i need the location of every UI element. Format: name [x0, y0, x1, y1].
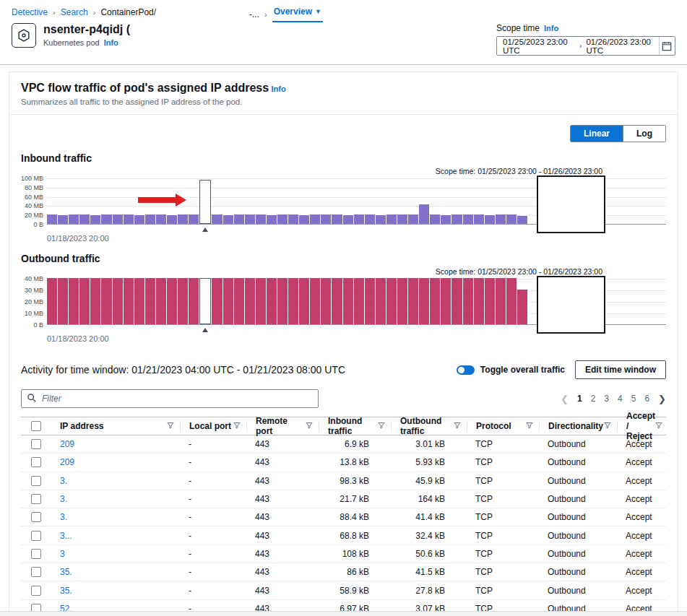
bar[interactable]: [299, 215, 309, 224]
overview-dropdown[interactable]: Overview ▼: [272, 6, 323, 22]
ip-address-link[interactable]: 3: [60, 549, 65, 559]
bar[interactable]: [408, 278, 418, 324]
pagination-prev-icon[interactable]: ❮: [561, 394, 569, 404]
bar[interactable]: [113, 214, 123, 224]
bar[interactable]: [517, 216, 527, 224]
ip-address-link[interactable]: 3.: [60, 476, 67, 486]
bar[interactable]: [167, 278, 177, 324]
bar[interactable]: [496, 214, 506, 224]
row-checkbox[interactable]: [31, 531, 41, 541]
breadcrumb-detective[interactable]: Detective: [12, 7, 48, 17]
bar[interactable]: [245, 278, 255, 324]
bar[interactable]: [463, 278, 473, 324]
outbound-plot-area[interactable]: [47, 279, 666, 325]
row-checkbox[interactable]: [31, 476, 41, 486]
column-header-outbound-traffic[interactable]: Outbound traffic: [391, 420, 467, 432]
bar[interactable]: [69, 214, 79, 224]
bar[interactable]: [397, 278, 407, 324]
bar[interactable]: [310, 278, 320, 324]
bar[interactable]: [124, 278, 134, 324]
row-checkbox[interactable]: [31, 457, 41, 467]
column-header-local-port[interactable]: Local port: [180, 420, 246, 432]
bar[interactable]: [212, 278, 222, 324]
bar[interactable]: [288, 214, 298, 224]
bar[interactable]: [474, 278, 484, 324]
row-checkbox[interactable]: [31, 549, 41, 559]
bar[interactable]: [299, 278, 309, 324]
bar[interactable]: [343, 278, 353, 324]
column-header-inbound-traffic[interactable]: Inbound traffic: [319, 420, 391, 432]
row-checkbox[interactable]: [31, 439, 41, 449]
select-all-checkbox[interactable]: [31, 421, 41, 431]
bar[interactable]: [506, 278, 517, 324]
bar[interactable]: [332, 214, 342, 224]
bar[interactable]: [365, 278, 375, 324]
bar[interactable]: [47, 278, 57, 324]
bar[interactable]: [79, 278, 90, 324]
bar[interactable]: [386, 214, 397, 224]
bar[interactable]: [463, 214, 473, 224]
pagination-next-icon[interactable]: ❯: [658, 394, 666, 404]
filter-funnel-icon[interactable]: [454, 421, 461, 431]
pod-info-link[interactable]: Info: [104, 38, 118, 47]
ip-address-link[interactable]: 35.: [60, 586, 72, 596]
bar[interactable]: [256, 214, 266, 224]
row-checkbox[interactable]: [31, 567, 41, 577]
calendar-icon[interactable]: [659, 37, 675, 55]
bar[interactable]: [451, 278, 462, 324]
filter-funnel-icon[interactable]: [604, 421, 611, 431]
bar[interactable]: [69, 278, 79, 324]
row-checkbox[interactable]: [31, 512, 41, 522]
bar[interactable]: [277, 278, 288, 324]
ip-address-link[interactable]: 3.: [60, 512, 67, 522]
pagination-page-5[interactable]: 5: [631, 394, 636, 404]
bar[interactable]: [178, 214, 188, 224]
bar[interactable]: [212, 214, 222, 224]
pagination-page-4[interactable]: 4: [618, 394, 623, 404]
bar[interactable]: [441, 278, 451, 324]
filter-funnel-icon[interactable]: [526, 421, 533, 431]
breadcrumb-search[interactable]: Search: [61, 7, 88, 17]
bar[interactable]: [189, 214, 199, 224]
bar[interactable]: [234, 214, 244, 224]
filter-funnel-icon[interactable]: [167, 421, 174, 431]
column-header-ip-address[interactable]: IP address: [51, 420, 180, 432]
bar[interactable]: [430, 278, 440, 324]
bar[interactable]: [288, 278, 298, 324]
bar[interactable]: [386, 278, 397, 324]
bar[interactable]: [90, 278, 100, 324]
bar[interactable]: [58, 278, 68, 324]
bar[interactable]: [376, 215, 386, 224]
ip-address-link[interactable]: 3.: [60, 494, 67, 504]
bar[interactable]: [321, 278, 331, 324]
bar[interactable]: [234, 278, 244, 324]
bar[interactable]: [343, 215, 353, 224]
bar[interactable]: [167, 215, 177, 224]
bar[interactable]: [223, 278, 233, 324]
linear-button[interactable]: Linear: [571, 126, 623, 142]
bar[interactable]: [178, 278, 188, 324]
row-checkbox[interactable]: [31, 494, 41, 504]
bar[interactable]: [474, 214, 484, 224]
bar[interactable]: [113, 278, 123, 324]
bar[interactable]: [156, 214, 166, 224]
bar[interactable]: [267, 215, 277, 224]
toggle-overall-traffic[interactable]: Toggle overall traffic: [457, 365, 565, 375]
bar[interactable]: [79, 214, 90, 224]
log-button[interactable]: Log: [623, 126, 665, 142]
filter-funnel-icon[interactable]: [306, 421, 313, 431]
bar[interactable]: [145, 278, 155, 324]
row-checkbox[interactable]: [31, 586, 41, 596]
ip-address-link[interactable]: 3...: [60, 531, 72, 541]
bar[interactable]: [134, 215, 144, 224]
scope-time-info-link[interactable]: Info: [544, 24, 558, 32]
pagination-page-1[interactable]: 1: [577, 394, 582, 404]
bar[interactable]: [256, 278, 266, 324]
column-header-remote-port[interactable]: Remote port: [246, 420, 319, 432]
bar[interactable]: [101, 214, 111, 224]
ip-address-link[interactable]: 35.: [60, 567, 72, 577]
bar[interactable]: [124, 214, 134, 224]
bar[interactable]: [451, 214, 462, 224]
filter-funnel-icon[interactable]: [378, 421, 385, 431]
bar[interactable]: [485, 215, 495, 224]
